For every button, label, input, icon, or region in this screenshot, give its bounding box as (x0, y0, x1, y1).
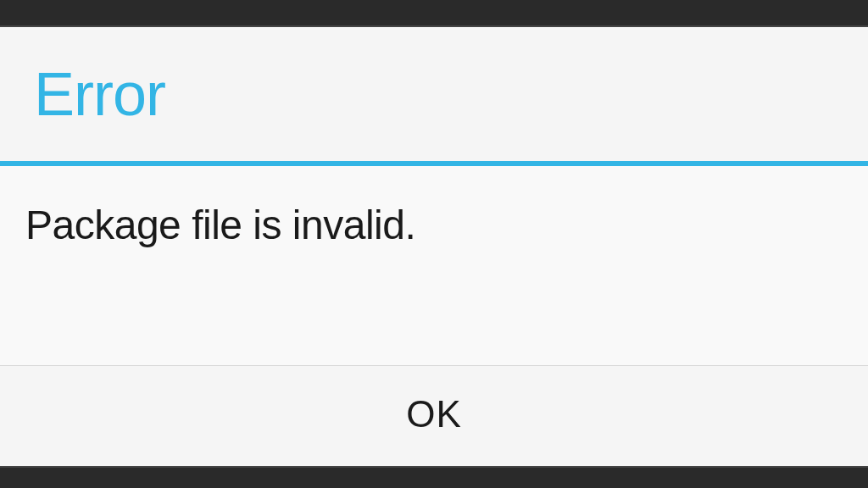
dialog-header: Error (0, 27, 868, 161)
status-bar (0, 0, 868, 25)
dialog-message: Package file is invalid. (25, 202, 843, 248)
dialog-title: Error (34, 59, 834, 129)
dialog-footer: OK (0, 366, 868, 466)
ok-button[interactable]: OK (406, 393, 462, 435)
dialog-body: Package file is invalid. (0, 166, 868, 366)
error-dialog: Error Package file is invalid. OK (0, 25, 868, 468)
bottom-bar (0, 468, 868, 488)
